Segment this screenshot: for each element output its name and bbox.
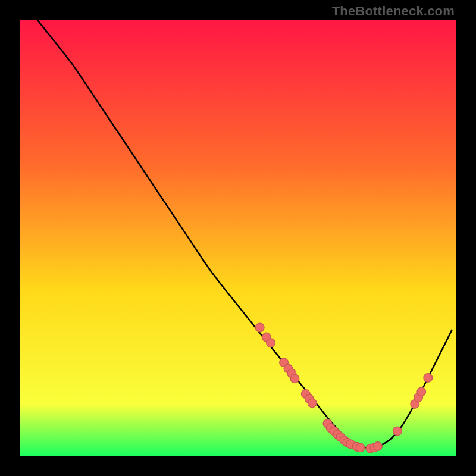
scatter-point (393, 427, 402, 436)
chart-area (20, 20, 456, 456)
scatter-point (374, 442, 383, 451)
watermark-text: TheBottleneck.com (332, 4, 455, 19)
scatter-point (356, 443, 365, 452)
scatter-point (290, 374, 299, 383)
scatter-point (424, 374, 433, 383)
scatter-point (308, 399, 317, 408)
chart-svg (20, 20, 456, 456)
scatter-point (267, 339, 275, 347)
scatter-point (255, 323, 264, 332)
heat-gradient-background (20, 20, 456, 456)
scatter-point (417, 387, 426, 396)
